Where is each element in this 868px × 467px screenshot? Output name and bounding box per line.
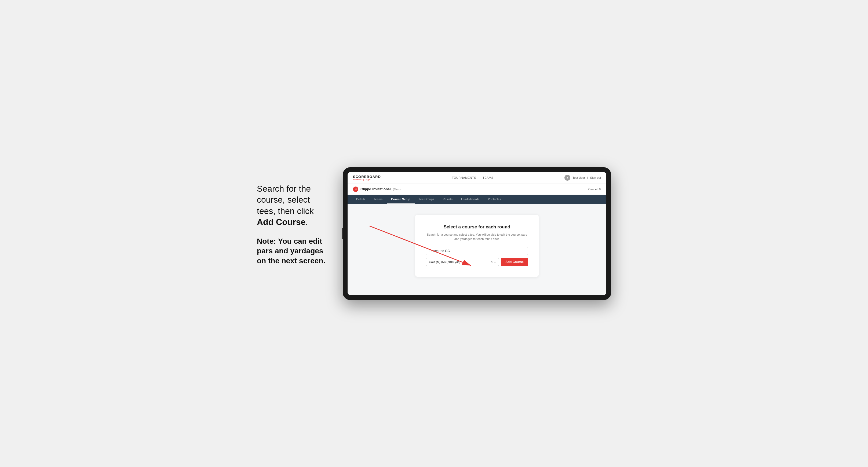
instruction-bold: Add Course	[257, 217, 305, 227]
course-card-title: Select a course for each round	[426, 224, 528, 230]
main-content: Select a course for each round Search fo…	[348, 204, 606, 295]
tab-printables[interactable]: Printables	[484, 195, 505, 204]
tab-teams[interactable]: Teams	[370, 195, 387, 204]
separator: |	[587, 176, 588, 179]
tee-select[interactable]: Gold (M) (M) (7010 yds) ✕ ⌄	[426, 258, 499, 266]
tee-select-text: Gold (M) (M) (7010 yds)	[429, 260, 460, 263]
tab-details[interactable]: Details	[352, 195, 370, 204]
tab-results[interactable]: Results	[438, 195, 457, 204]
user-label: Test User	[572, 176, 585, 179]
course-search-input[interactable]	[426, 247, 528, 255]
chevron-icon: ⌄	[494, 260, 496, 263]
tablet-side-button	[342, 228, 343, 239]
cancel-button[interactable]: Cancel ✕	[588, 187, 601, 191]
note-text: Note: You can edit pars and yardages on …	[257, 237, 327, 266]
page-wrapper: Search for the course, select tees, then…	[246, 156, 622, 311]
tee-select-controls: ✕ ⌄	[491, 260, 496, 263]
tab-tee-groups[interactable]: Tee Groups	[415, 195, 439, 204]
tablet-frame: SCOREBOARD Powered by clippd TOURNAMENTS…	[343, 167, 611, 300]
add-course-button[interactable]: Add Course	[501, 258, 528, 266]
logo: SCOREBOARD Powered by clippd	[353, 175, 381, 181]
cancel-icon: ✕	[598, 187, 601, 191]
user-area: T Test User | Sign out	[564, 175, 601, 181]
nav-teams[interactable]: TEAMS	[483, 176, 493, 179]
course-card: Select a course for each round Search fo…	[415, 215, 539, 277]
top-nav: TOURNAMENTS TEAMS	[452, 176, 494, 179]
tournament-gender: (Men)	[393, 188, 401, 191]
cancel-label: Cancel	[588, 188, 597, 191]
nav-tournaments[interactable]: TOURNAMENTS	[452, 176, 476, 179]
user-avatar: T	[564, 175, 570, 181]
course-card-desc: Search for a course and select a tee. Yo…	[426, 232, 528, 241]
tab-leaderboards[interactable]: Leaderboards	[457, 195, 484, 204]
tablet-container: SCOREBOARD Powered by clippd TOURNAMENTS…	[343, 167, 611, 300]
sign-out-link[interactable]: Sign out	[590, 176, 601, 179]
tee-select-row: Gold (M) (M) (7010 yds) ✕ ⌄ Add Course	[426, 258, 528, 266]
tab-course-setup[interactable]: Course Setup	[387, 195, 415, 204]
sidebar-text: Search for the course, select tees, then…	[257, 167, 327, 266]
tournament-header: C Clippd Invitational (Men) Cancel ✕	[348, 184, 606, 195]
top-bar: SCOREBOARD Powered by clippd TOURNAMENTS…	[348, 172, 606, 184]
clear-icon[interactable]: ✕	[491, 260, 493, 263]
tournament-name: Clippd Invitational	[361, 187, 391, 191]
tournament-title: C Clippd Invitational (Men)	[353, 187, 400, 192]
tab-nav: Details Teams Course Setup Tee Groups Re…	[348, 195, 606, 204]
tablet-screen: SCOREBOARD Powered by clippd TOURNAMENTS…	[348, 172, 606, 295]
logo-area: SCOREBOARD Powered by clippd	[353, 175, 381, 181]
tournament-icon: C	[353, 187, 358, 192]
instruction-text: Search for the course, select tees, then…	[257, 183, 327, 228]
